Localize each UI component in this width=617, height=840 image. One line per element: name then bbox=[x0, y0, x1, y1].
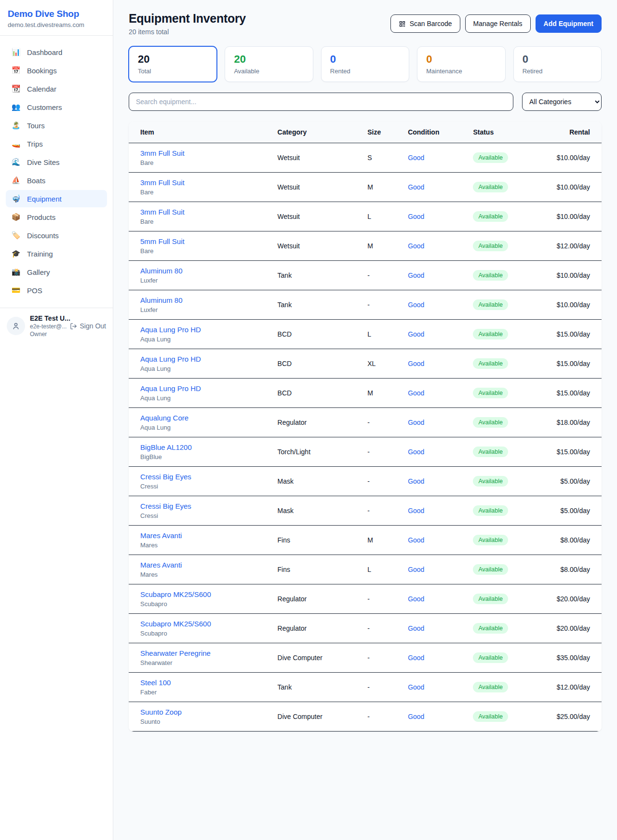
sidebar: Demo Dive Shop demo.test.divestreams.com… bbox=[0, 0, 113, 840]
stat-card-total[interactable]: 20 Total bbox=[129, 46, 217, 82]
item-name-link[interactable]: Cressi Big Eyes bbox=[140, 473, 278, 481]
stat-card-available[interactable]: 20 Available bbox=[225, 46, 313, 82]
condition-link[interactable]: Good bbox=[408, 448, 424, 456]
sidebar-item-discounts[interactable]: 🏷️ Discounts bbox=[6, 227, 107, 244]
item-name-link[interactable]: 3mm Full Suit bbox=[140, 208, 278, 216]
condition-link[interactable]: Good bbox=[408, 595, 424, 603]
barcode-scan-icon bbox=[399, 20, 406, 27]
item-brand: Shearwater bbox=[140, 659, 278, 666]
sidebar-item-pos[interactable]: 💳 POS bbox=[6, 282, 107, 299]
sidebar-item-boats[interactable]: ⛵ Boats bbox=[6, 172, 107, 189]
sidebar-item-tours[interactable]: 🏝️ Tours bbox=[6, 117, 107, 134]
condition-link[interactable]: Good bbox=[408, 654, 424, 662]
item-category: Regulator bbox=[278, 624, 368, 632]
status-badge: Available bbox=[473, 535, 508, 545]
item-name-link[interactable]: Aqualung Core bbox=[140, 414, 278, 422]
sidebar-item-training[interactable]: 🎓 Training bbox=[6, 245, 107, 262]
item-brand: Faber bbox=[140, 689, 278, 696]
sidebar-item-bookings[interactable]: 📅 Bookings bbox=[6, 62, 107, 79]
item-name-link[interactable]: 3mm Full Suit bbox=[140, 149, 278, 157]
stat-label: Total bbox=[138, 68, 208, 75]
item-name-link[interactable]: Mares Avanti bbox=[140, 531, 278, 540]
item-name-link[interactable]: Mares Avanti bbox=[140, 561, 278, 569]
item-name-link[interactable]: Aqua Lung Pro HD bbox=[140, 384, 278, 393]
condition-link[interactable]: Good bbox=[408, 536, 424, 544]
item-name-link[interactable]: Aqua Lung Pro HD bbox=[140, 355, 278, 363]
item-name-link[interactable]: Aqua Lung Pro HD bbox=[140, 325, 278, 334]
item-name-link[interactable]: Shearwater Peregrine bbox=[140, 649, 278, 657]
condition-link[interactable]: Good bbox=[408, 419, 424, 426]
condition-link[interactable]: Good bbox=[408, 713, 424, 720]
main-content: Equipment Inventory 20 items total Scan … bbox=[113, 0, 617, 840]
item-brand: Aqua Lung bbox=[140, 365, 278, 372]
table-row: BigBlue AL1200 BigBlue Torch/Light - Goo… bbox=[129, 437, 602, 467]
sidebar-item-gallery[interactable]: 📸 Gallery bbox=[6, 263, 107, 281]
item-name-link[interactable]: Aluminum 80 bbox=[140, 267, 278, 275]
condition-link[interactable]: Good bbox=[408, 154, 424, 162]
condition-link[interactable]: Good bbox=[408, 683, 424, 691]
condition-link[interactable]: Good bbox=[408, 477, 424, 485]
sidebar-item-dashboard[interactable]: 📊 Dashboard bbox=[6, 43, 107, 61]
sidebar-item-dive-sites[interactable]: 🌊 Dive Sites bbox=[6, 153, 107, 171]
condition-link[interactable]: Good bbox=[408, 389, 424, 397]
item-rental: $10.00/day bbox=[540, 213, 590, 220]
stat-card-rented[interactable]: 0 Rented bbox=[321, 46, 409, 82]
scan-barcode-button[interactable]: Scan Barcode bbox=[390, 14, 460, 33]
stat-card-retired[interactable]: 0 Retired bbox=[513, 46, 602, 82]
page-title: Equipment Inventory bbox=[129, 12, 246, 26]
item-rental: $15.00/day bbox=[540, 448, 590, 456]
search-input[interactable] bbox=[129, 93, 513, 111]
condition-link[interactable]: Good bbox=[408, 360, 424, 367]
condition-link[interactable]: Good bbox=[408, 507, 424, 515]
stats-row: 20 Total 20 Available 0 Rented 0 Mainten… bbox=[129, 46, 602, 82]
item-name-link[interactable]: Scubapro MK25/S600 bbox=[140, 620, 278, 628]
item-name-link[interactable]: 3mm Full Suit bbox=[140, 178, 278, 187]
table-row: Suunto Zoop Suunto Dive Computer - Good … bbox=[129, 702, 602, 732]
item-category: Mask bbox=[278, 477, 368, 485]
condition-link[interactable]: Good bbox=[408, 213, 424, 220]
manage-rentals-button[interactable]: Manage Rentals bbox=[465, 14, 531, 33]
item-size: - bbox=[367, 271, 408, 279]
item-name-link[interactable]: Suunto Zoop bbox=[140, 708, 278, 716]
item-rental: $10.00/day bbox=[540, 301, 590, 309]
sidebar-item-calendar[interactable]: 📆 Calendar bbox=[6, 80, 107, 97]
stat-value: 0 bbox=[426, 53, 496, 66]
category-filter-select[interactable]: All Categories bbox=[522, 93, 602, 111]
sidebar-item-equipment[interactable]: 🤿 Equipment bbox=[6, 190, 107, 207]
sidebar-item-trips[interactable]: 🚤 Trips bbox=[6, 135, 107, 152]
item-name-link[interactable]: Aluminum 80 bbox=[140, 296, 278, 304]
item-name-link[interactable]: Scubapro MK25/S600 bbox=[140, 590, 278, 598]
sidebar-item-products[interactable]: 📦 Products bbox=[6, 208, 107, 226]
products-icon: 📦 bbox=[11, 213, 21, 221]
add-equipment-button[interactable]: Add Equipment bbox=[536, 14, 602, 33]
stat-label: Maintenance bbox=[426, 68, 496, 75]
stat-card-maintenance[interactable]: 0 Maintenance bbox=[417, 46, 505, 82]
condition-link[interactable]: Good bbox=[408, 566, 424, 573]
condition-link[interactable]: Good bbox=[408, 624, 424, 632]
sidebar-item-label: Bookings bbox=[27, 67, 57, 75]
sign-out-button[interactable]: Sign Out bbox=[70, 322, 106, 330]
item-category: BCD bbox=[278, 389, 368, 397]
item-size: - bbox=[367, 507, 408, 515]
condition-link[interactable]: Good bbox=[408, 271, 424, 279]
item-rental: $25.00/day bbox=[540, 713, 590, 720]
condition-link[interactable]: Good bbox=[408, 330, 424, 338]
item-category: Tank bbox=[278, 271, 368, 279]
item-name-link[interactable]: Steel 100 bbox=[140, 678, 278, 687]
boats-icon: ⛵ bbox=[11, 176, 21, 185]
item-size: S bbox=[367, 154, 408, 162]
stat-label: Available bbox=[234, 68, 304, 75]
item-name-link[interactable]: Cressi Big Eyes bbox=[140, 502, 278, 510]
sidebar-item-label: Equipment bbox=[27, 195, 62, 203]
condition-link[interactable]: Good bbox=[408, 301, 424, 309]
condition-link[interactable]: Good bbox=[408, 242, 424, 250]
condition-link[interactable]: Good bbox=[408, 183, 424, 191]
sidebar-item-customers[interactable]: 👥 Customers bbox=[6, 98, 107, 116]
column-header-status: Status bbox=[473, 128, 540, 136]
item-brand: Luxfer bbox=[140, 306, 278, 313]
status-badge: Available bbox=[473, 270, 508, 281]
item-name-link[interactable]: 5mm Full Suit bbox=[140, 237, 278, 245]
stat-label: Rented bbox=[330, 68, 400, 75]
item-brand: BigBlue bbox=[140, 453, 278, 461]
item-name-link[interactable]: BigBlue AL1200 bbox=[140, 443, 278, 451]
